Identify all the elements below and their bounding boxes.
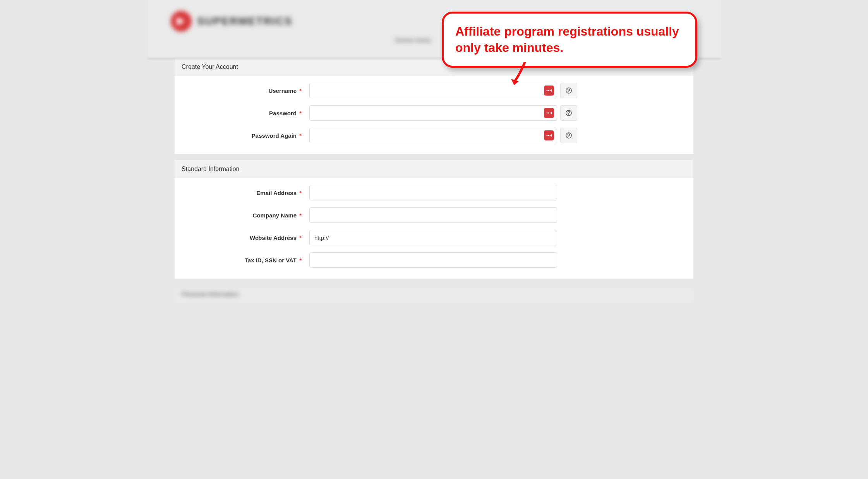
row-email: Email Address * (182, 185, 686, 200)
section-personal-info-blurred: Personal Information (175, 288, 693, 303)
row-website: Website Address * (182, 230, 686, 245)
annotation-text: Affiliate program registrations usually … (455, 24, 684, 56)
section-title-standard-info: Standard Information (175, 160, 693, 178)
svg-point-7 (548, 113, 549, 114)
brand-name: SUPERMETRICS (197, 15, 292, 27)
email-input[interactable] (309, 185, 557, 200)
nav-item-partner-home: Partner Home (395, 37, 431, 43)
brand-logo-icon (171, 11, 192, 32)
help-icon (566, 132, 572, 139)
section-standard-info: Standard Information Email Address * (175, 160, 693, 279)
row-tax: Tax ID, SSN or VAT * (182, 252, 686, 268)
password-manager-icon[interactable] (544, 108, 554, 118)
svg-point-6 (547, 113, 548, 114)
help-button-password[interactable] (560, 105, 577, 121)
label-company: Company Name * (182, 212, 309, 219)
svg-point-0 (547, 90, 548, 91)
label-tax: Tax ID, SSN or VAT * (182, 257, 309, 263)
label-password: Password * (182, 110, 309, 116)
help-icon (566, 87, 572, 94)
label-username: Username * (182, 87, 309, 94)
svg-point-11 (568, 114, 569, 115)
row-company: Company Name * (182, 207, 686, 223)
section-create-account: Create Your Account Username * (175, 58, 693, 154)
svg-point-13 (548, 135, 549, 136)
password-input[interactable] (309, 105, 557, 121)
svg-point-8 (550, 113, 551, 114)
password-manager-icon[interactable] (544, 130, 554, 140)
help-button-username[interactable] (560, 83, 577, 98)
password-manager-icon[interactable] (544, 86, 554, 96)
tax-input[interactable] (309, 252, 557, 268)
label-password-again: Password Again * (182, 132, 309, 139)
svg-point-1 (548, 90, 549, 91)
help-button-password-again[interactable] (560, 128, 577, 143)
password-again-input[interactable] (309, 128, 557, 143)
svg-point-12 (547, 135, 548, 136)
svg-point-5 (568, 92, 569, 92)
signup-form: Create Your Account Username * (175, 58, 693, 279)
annotation-callout: Affiliate program registrations usually … (442, 12, 697, 68)
svg-rect-9 (551, 112, 552, 114)
label-website: Website Address * (182, 234, 309, 241)
svg-point-2 (550, 90, 551, 91)
annotation-arrow-icon (509, 62, 533, 89)
row-password-again: Password Again * (182, 128, 686, 143)
svg-rect-3 (551, 89, 552, 92)
help-icon (566, 110, 572, 116)
brand-logo: SUPERMETRICS (171, 11, 292, 32)
company-input[interactable] (309, 207, 557, 223)
row-username: Username * (182, 83, 686, 98)
svg-rect-15 (551, 134, 552, 137)
svg-point-17 (568, 137, 569, 137)
website-input[interactable] (309, 230, 557, 245)
row-password: Password * (182, 105, 686, 121)
label-email: Email Address * (182, 190, 309, 196)
svg-point-14 (550, 135, 551, 136)
